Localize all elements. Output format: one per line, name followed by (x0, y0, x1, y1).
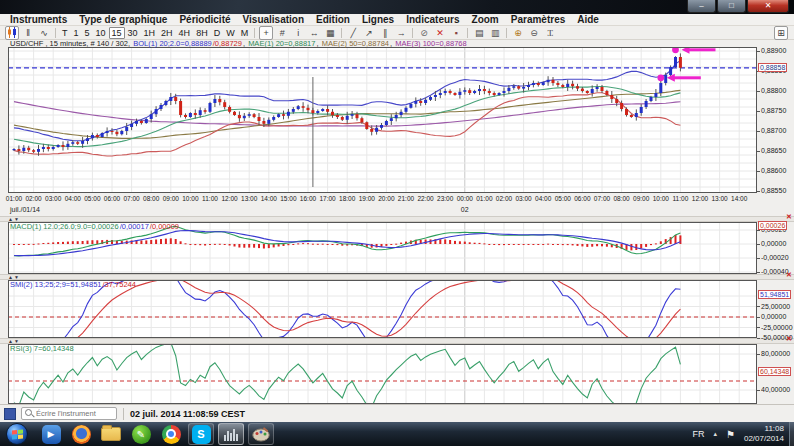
arrow-line-tool-icon[interactable]: ↗ (362, 26, 376, 40)
timeframe-1-button[interactable]: 1 (71, 27, 82, 39)
timeframe-10-button[interactable]: 10 (93, 27, 109, 39)
rsi-axis-tick: 40,00000 (761, 386, 790, 393)
pointer-tool-icon[interactable]: i (291, 26, 305, 40)
firefox-icon[interactable] (68, 423, 94, 445)
timeframe-d-button[interactable]: D (211, 27, 224, 39)
price-axis-tick: 0,88550 (761, 187, 786, 194)
toolbar-separator (412, 28, 413, 38)
print-chart-icon[interactable]: ▤ (472, 26, 486, 40)
parallel-channel-tool-icon[interactable]: ∥ (378, 26, 392, 40)
timeframe-1h-button[interactable]: 1H (141, 27, 159, 39)
menu-item-zoom[interactable]: Zoom (466, 14, 505, 25)
smi-axis-tick: 0,00000 (761, 313, 786, 320)
zoom-out-tool-icon[interactable]: ⊖ (527, 26, 541, 40)
language-indicator[interactable]: FR (692, 429, 704, 439)
toolbar: ‖∿T151015301H2H4H8HDWM+#i↔▦╱↗∥→⊘✕▪▤▥⊕⊖Ɪ⊞ (0, 26, 794, 40)
text-tool-icon[interactable]: Ɪ (543, 26, 557, 40)
close-button[interactable]: ✕ (747, 0, 789, 13)
price-axis-tick: 0,88900 (761, 47, 786, 54)
price-axis-tick: 0,88600 (761, 167, 786, 174)
explorer-icon[interactable] (98, 423, 124, 445)
pan-tool-icon[interactable]: ↔ (307, 26, 321, 40)
trading-app-icon[interactable] (218, 423, 244, 445)
candlestick-chart-type-icon[interactable] (5, 26, 19, 40)
chrome-icon[interactable] (158, 423, 184, 445)
zoom-in-tool-icon[interactable]: ⊕ (511, 26, 525, 40)
rsi-current-box: 60,14348 (758, 367, 791, 376)
page-preview-icon[interactable]: ▥ (488, 26, 502, 40)
menu-item-lignes[interactable]: Lignes (356, 14, 400, 25)
minimize-button[interactable]: – (687, 0, 716, 13)
price-axis-tick: 0,88800 (761, 87, 786, 94)
menu-bar: InstrumentsType de graphiquePériodicitéV… (0, 14, 794, 26)
skype-icon[interactable]: S (188, 423, 214, 445)
rsi-label: RSI(3) 7=60,14348 (10, 344, 75, 353)
crosshair-tool-icon[interactable]: + (259, 26, 273, 40)
status-datetime: 02 juil. 2014 11:08:59 CEST (130, 409, 245, 419)
timeframe-30-button[interactable]: 30 (125, 27, 141, 39)
macd-label: MACD(1) 12.0;26.0;9.0=0,00026/0,00017/0,… (10, 222, 180, 231)
delete-all-drawings-icon[interactable]: ✕ (433, 26, 447, 40)
taskbar-apps: ▶✎S (36, 423, 276, 445)
window-controls: –□✕ (687, 0, 789, 13)
close-indicator-icon[interactable]: ✕ (785, 335, 793, 343)
trendline-tool-icon[interactable]: ╱ (346, 26, 360, 40)
layout-window-button-icon[interactable]: ⊞ (774, 26, 788, 40)
smi-axis-tick: -25,00000 (761, 324, 793, 331)
search-input[interactable] (36, 409, 113, 418)
indicator-window-tool-icon[interactable]: ▦ (323, 26, 337, 40)
line-chart-type-icon[interactable]: ∿ (37, 26, 51, 40)
start-button[interactable] (6, 423, 28, 445)
time-axis-label: 14:00 (727, 195, 751, 202)
trading-app-window: –□✕ InstrumentsType de graphiquePériodic… (0, 0, 794, 446)
status-separator (123, 408, 124, 420)
close-indicator-icon[interactable]: ✕ (785, 271, 793, 279)
status-bar: 02 juil. 2014 11:08:59 CEST (0, 404, 794, 422)
paint-app-icon[interactable] (248, 423, 274, 445)
maximize-button[interactable]: □ (717, 0, 746, 13)
rsi-axis-tick: 80,00000 (761, 350, 790, 357)
green-pen-app-icon[interactable]: ✎ (128, 423, 154, 445)
timeframe-8h-button[interactable]: 8H (193, 27, 211, 39)
toolbar-separator (341, 28, 342, 38)
timeframe-m-button[interactable]: M (238, 27, 252, 39)
timeframe-t-button[interactable]: T (59, 27, 71, 39)
hidden-icons-chevron[interactable]: ▴ (713, 430, 717, 438)
bar-chart-type-icon[interactable]: ‖ (21, 26, 35, 40)
menu-item-aide[interactable]: Aide (571, 14, 605, 25)
taskbar-time: 11:08 (744, 424, 784, 434)
ray-tool-icon[interactable]: → (394, 26, 408, 40)
eraser-tool-icon[interactable]: ⊘ (417, 26, 431, 40)
menu-item-periodicite[interactable]: Périodicité (173, 14, 236, 25)
menu-item-visualisation[interactable]: Visualisation (237, 14, 311, 25)
timeframe-2h-button[interactable]: 2H (158, 27, 176, 39)
date-label-day2: 02 (461, 206, 469, 213)
show-desktop-button[interactable] (789, 422, 794, 446)
system-tray: FR ▴ ⚑ 11:08 02/07/2014 (692, 424, 794, 444)
menu-item-parametres[interactable]: Paramètres (505, 14, 571, 25)
grid-tool-icon[interactable]: # (275, 26, 289, 40)
menu-item-instruments[interactable]: Instruments (4, 14, 73, 25)
action-center-flag-icon[interactable]: ⚑ (726, 429, 735, 440)
menu-item-edition[interactable]: Edition (310, 14, 356, 25)
toolbar-separator (55, 28, 56, 38)
delete-last-drawing-icon[interactable]: ▪ (449, 26, 463, 40)
smi-label: SMI(2) 13;25;2;9=51,94851/37,75244 (10, 280, 137, 289)
toolbar-separator (467, 28, 468, 38)
toolbar-separator (254, 28, 255, 38)
taskbar-clock[interactable]: 11:08 02/07/2014 (744, 424, 784, 444)
timeframe-4h-button[interactable]: 4H (176, 27, 194, 39)
menu-item-indicateurs[interactable]: Indicateurs (400, 14, 465, 25)
menu-item-type-de-graphique[interactable]: Type de graphique (73, 14, 173, 25)
taskbar-date: 02/07/2014 (744, 434, 784, 444)
main-price-chart[interactable] (8, 47, 757, 193)
close-indicator-icon[interactable]: ✕ (785, 213, 793, 221)
current-price-box: 0,88858 (758, 63, 787, 72)
instrument-search-box[interactable] (21, 407, 117, 420)
rsi-panel[interactable] (8, 344, 757, 404)
windows-flag-icon (12, 429, 23, 439)
media-player-icon[interactable]: ▶ (38, 423, 64, 445)
timeframe-15-button[interactable]: 15 (109, 27, 125, 39)
timeframe-5-button[interactable]: 5 (82, 27, 93, 39)
timeframe-w-button[interactable]: W (223, 27, 238, 39)
